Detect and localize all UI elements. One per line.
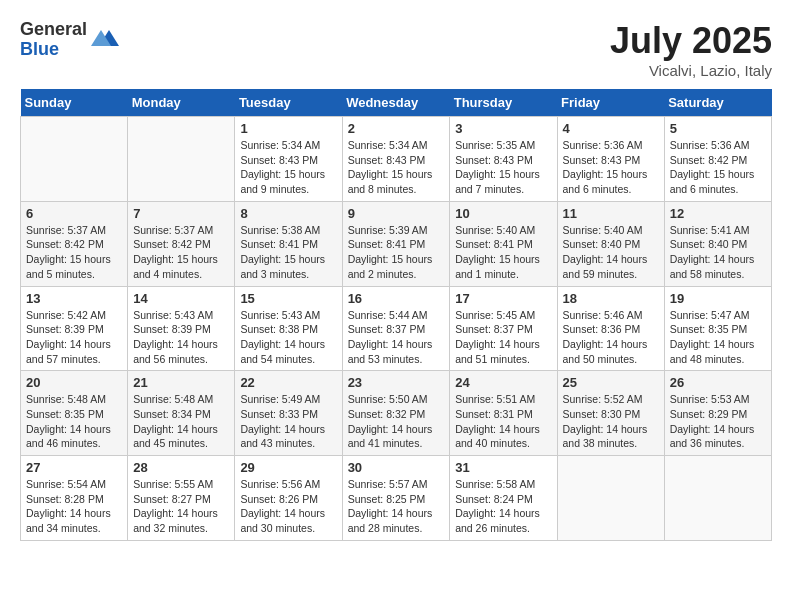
day-info: Sunrise: 5:52 AM Sunset: 8:30 PM Dayligh…	[563, 392, 659, 451]
day-info: Sunrise: 5:51 AM Sunset: 8:31 PM Dayligh…	[455, 392, 551, 451]
day-info: Sunrise: 5:40 AM Sunset: 8:41 PM Dayligh…	[455, 223, 551, 282]
day-number: 8	[240, 206, 336, 221]
day-header-sunday: Sunday	[21, 89, 128, 117]
day-number: 4	[563, 121, 659, 136]
calendar-body: 1Sunrise: 5:34 AM Sunset: 8:43 PM Daylig…	[21, 117, 772, 541]
page-header: General Blue July 2025 Vicalvi, Lazio, I…	[20, 20, 772, 79]
day-number: 5	[670, 121, 766, 136]
day-header-thursday: Thursday	[450, 89, 557, 117]
day-info: Sunrise: 5:36 AM Sunset: 8:43 PM Dayligh…	[563, 138, 659, 197]
day-info: Sunrise: 5:34 AM Sunset: 8:43 PM Dayligh…	[348, 138, 445, 197]
day-info: Sunrise: 5:53 AM Sunset: 8:29 PM Dayligh…	[670, 392, 766, 451]
day-info: Sunrise: 5:39 AM Sunset: 8:41 PM Dayligh…	[348, 223, 445, 282]
day-number: 30	[348, 460, 445, 475]
day-info: Sunrise: 5:46 AM Sunset: 8:36 PM Dayligh…	[563, 308, 659, 367]
day-info: Sunrise: 5:57 AM Sunset: 8:25 PM Dayligh…	[348, 477, 445, 536]
week-row-5: 27Sunrise: 5:54 AM Sunset: 8:28 PM Dayli…	[21, 456, 772, 541]
day-header-wednesday: Wednesday	[342, 89, 450, 117]
day-info: Sunrise: 5:38 AM Sunset: 8:41 PM Dayligh…	[240, 223, 336, 282]
day-header-tuesday: Tuesday	[235, 89, 342, 117]
day-number: 21	[133, 375, 229, 390]
day-number: 6	[26, 206, 122, 221]
logo: General Blue	[20, 20, 119, 60]
calendar-cell: 14Sunrise: 5:43 AM Sunset: 8:39 PM Dayli…	[128, 286, 235, 371]
calendar-cell: 5Sunrise: 5:36 AM Sunset: 8:42 PM Daylig…	[664, 117, 771, 202]
day-info: Sunrise: 5:56 AM Sunset: 8:26 PM Dayligh…	[240, 477, 336, 536]
day-info: Sunrise: 5:47 AM Sunset: 8:35 PM Dayligh…	[670, 308, 766, 367]
calendar-cell: 27Sunrise: 5:54 AM Sunset: 8:28 PM Dayli…	[21, 456, 128, 541]
day-header-saturday: Saturday	[664, 89, 771, 117]
day-number: 15	[240, 291, 336, 306]
logo-general: General	[20, 20, 87, 40]
week-row-2: 6Sunrise: 5:37 AM Sunset: 8:42 PM Daylig…	[21, 201, 772, 286]
month-title: July 2025	[610, 20, 772, 62]
day-number: 31	[455, 460, 551, 475]
days-of-week-row: SundayMondayTuesdayWednesdayThursdayFrid…	[21, 89, 772, 117]
location: Vicalvi, Lazio, Italy	[610, 62, 772, 79]
day-info: Sunrise: 5:37 AM Sunset: 8:42 PM Dayligh…	[26, 223, 122, 282]
day-info: Sunrise: 5:43 AM Sunset: 8:38 PM Dayligh…	[240, 308, 336, 367]
calendar-cell: 2Sunrise: 5:34 AM Sunset: 8:43 PM Daylig…	[342, 117, 450, 202]
calendar-cell: 12Sunrise: 5:41 AM Sunset: 8:40 PM Dayli…	[664, 201, 771, 286]
calendar-cell	[21, 117, 128, 202]
day-info: Sunrise: 5:43 AM Sunset: 8:39 PM Dayligh…	[133, 308, 229, 367]
day-number: 7	[133, 206, 229, 221]
calendar-cell: 29Sunrise: 5:56 AM Sunset: 8:26 PM Dayli…	[235, 456, 342, 541]
calendar-cell: 1Sunrise: 5:34 AM Sunset: 8:43 PM Daylig…	[235, 117, 342, 202]
day-info: Sunrise: 5:55 AM Sunset: 8:27 PM Dayligh…	[133, 477, 229, 536]
day-number: 17	[455, 291, 551, 306]
day-info: Sunrise: 5:41 AM Sunset: 8:40 PM Dayligh…	[670, 223, 766, 282]
logo-text: General Blue	[20, 20, 87, 60]
calendar-cell: 22Sunrise: 5:49 AM Sunset: 8:33 PM Dayli…	[235, 371, 342, 456]
day-info: Sunrise: 5:58 AM Sunset: 8:24 PM Dayligh…	[455, 477, 551, 536]
calendar: SundayMondayTuesdayWednesdayThursdayFrid…	[20, 89, 772, 541]
day-number: 2	[348, 121, 445, 136]
day-number: 20	[26, 375, 122, 390]
day-header-monday: Monday	[128, 89, 235, 117]
calendar-cell: 30Sunrise: 5:57 AM Sunset: 8:25 PM Dayli…	[342, 456, 450, 541]
day-info: Sunrise: 5:49 AM Sunset: 8:33 PM Dayligh…	[240, 392, 336, 451]
calendar-cell: 17Sunrise: 5:45 AM Sunset: 8:37 PM Dayli…	[450, 286, 557, 371]
calendar-cell: 7Sunrise: 5:37 AM Sunset: 8:42 PM Daylig…	[128, 201, 235, 286]
calendar-cell: 4Sunrise: 5:36 AM Sunset: 8:43 PM Daylig…	[557, 117, 664, 202]
day-info: Sunrise: 5:48 AM Sunset: 8:34 PM Dayligh…	[133, 392, 229, 451]
calendar-cell: 19Sunrise: 5:47 AM Sunset: 8:35 PM Dayli…	[664, 286, 771, 371]
day-number: 12	[670, 206, 766, 221]
day-number: 16	[348, 291, 445, 306]
day-number: 10	[455, 206, 551, 221]
day-number: 24	[455, 375, 551, 390]
calendar-cell: 24Sunrise: 5:51 AM Sunset: 8:31 PM Dayli…	[450, 371, 557, 456]
calendar-cell: 3Sunrise: 5:35 AM Sunset: 8:43 PM Daylig…	[450, 117, 557, 202]
week-row-3: 13Sunrise: 5:42 AM Sunset: 8:39 PM Dayli…	[21, 286, 772, 371]
day-number: 9	[348, 206, 445, 221]
calendar-cell: 6Sunrise: 5:37 AM Sunset: 8:42 PM Daylig…	[21, 201, 128, 286]
day-info: Sunrise: 5:50 AM Sunset: 8:32 PM Dayligh…	[348, 392, 445, 451]
calendar-cell: 13Sunrise: 5:42 AM Sunset: 8:39 PM Dayli…	[21, 286, 128, 371]
day-info: Sunrise: 5:54 AM Sunset: 8:28 PM Dayligh…	[26, 477, 122, 536]
logo-icon	[91, 26, 119, 54]
day-info: Sunrise: 5:40 AM Sunset: 8:40 PM Dayligh…	[563, 223, 659, 282]
calendar-cell: 15Sunrise: 5:43 AM Sunset: 8:38 PM Dayli…	[235, 286, 342, 371]
day-info: Sunrise: 5:44 AM Sunset: 8:37 PM Dayligh…	[348, 308, 445, 367]
day-info: Sunrise: 5:45 AM Sunset: 8:37 PM Dayligh…	[455, 308, 551, 367]
day-number: 19	[670, 291, 766, 306]
title-block: July 2025 Vicalvi, Lazio, Italy	[610, 20, 772, 79]
day-number: 27	[26, 460, 122, 475]
day-number: 13	[26, 291, 122, 306]
day-info: Sunrise: 5:37 AM Sunset: 8:42 PM Dayligh…	[133, 223, 229, 282]
calendar-cell: 10Sunrise: 5:40 AM Sunset: 8:41 PM Dayli…	[450, 201, 557, 286]
calendar-cell: 16Sunrise: 5:44 AM Sunset: 8:37 PM Dayli…	[342, 286, 450, 371]
calendar-cell: 8Sunrise: 5:38 AM Sunset: 8:41 PM Daylig…	[235, 201, 342, 286]
logo-blue: Blue	[20, 40, 87, 60]
week-row-4: 20Sunrise: 5:48 AM Sunset: 8:35 PM Dayli…	[21, 371, 772, 456]
day-number: 14	[133, 291, 229, 306]
day-info: Sunrise: 5:48 AM Sunset: 8:35 PM Dayligh…	[26, 392, 122, 451]
day-number: 23	[348, 375, 445, 390]
day-number: 1	[240, 121, 336, 136]
day-number: 3	[455, 121, 551, 136]
day-info: Sunrise: 5:34 AM Sunset: 8:43 PM Dayligh…	[240, 138, 336, 197]
day-number: 25	[563, 375, 659, 390]
calendar-cell: 9Sunrise: 5:39 AM Sunset: 8:41 PM Daylig…	[342, 201, 450, 286]
day-number: 26	[670, 375, 766, 390]
week-row-1: 1Sunrise: 5:34 AM Sunset: 8:43 PM Daylig…	[21, 117, 772, 202]
